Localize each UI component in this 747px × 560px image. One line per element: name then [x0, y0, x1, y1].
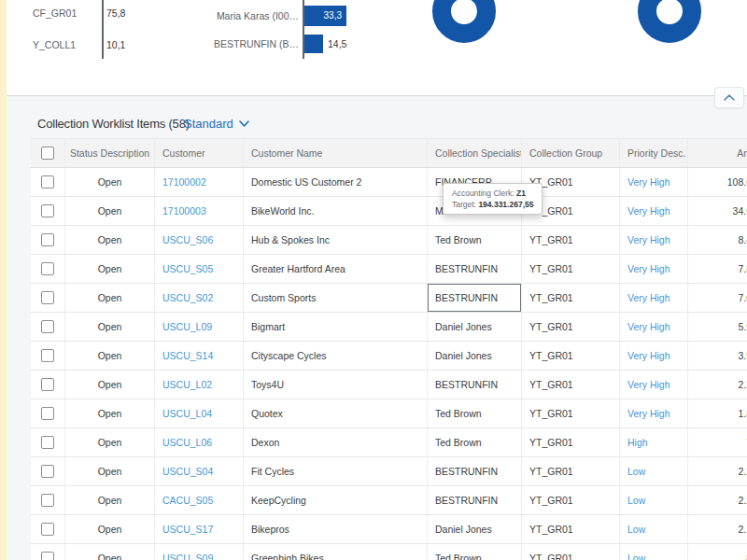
select-cell	[31, 313, 65, 341]
status-cell: Open	[65, 284, 155, 312]
select-cell	[31, 168, 65, 196]
amount-cell: 8.4	[688, 226, 747, 254]
customer-link[interactable]: USCU_S17	[155, 515, 244, 543]
customer-link[interactable]: USCU_L06	[155, 428, 244, 456]
specialist-cell: BESTRUNFIN	[428, 371, 522, 399]
column-header-group[interactable]: Collection Group	[522, 139, 620, 167]
customer-link[interactable]: USCU_S02	[155, 284, 244, 312]
priority-link[interactable]: Low	[620, 544, 688, 560]
worklist-body: Open 17100002 Domestic US Customer 2 FIN…	[31, 168, 747, 560]
customer-link[interactable]: CACU_S05	[155, 486, 244, 514]
customer-link[interactable]: 17100003	[155, 197, 244, 225]
status-cell: Open	[65, 255, 155, 283]
select-cell	[31, 515, 65, 543]
chart-axis	[102, 0, 104, 59]
customer-name-cell: Greater Hartford Area	[244, 255, 428, 283]
status-cell: Open	[65, 399, 155, 427]
customer-link[interactable]: USCU_L02	[155, 371, 244, 399]
worklist-table: Status Description Customer Customer Nam…	[31, 138, 747, 560]
select-all-checkbox[interactable]	[41, 147, 54, 160]
row-checkbox[interactable]	[41, 378, 54, 391]
row-checkbox[interactable]	[41, 407, 54, 420]
priority-link[interactable]: Very High	[620, 255, 688, 283]
column-header-amount[interactable]: Am	[688, 139, 747, 167]
customer-link[interactable]: 17100002	[155, 168, 244, 196]
priority-link[interactable]: Very High	[620, 313, 688, 341]
column-header-name[interactable]: Customer Name	[244, 139, 428, 167]
row-checkbox[interactable]	[41, 494, 54, 507]
row-checkbox[interactable]	[41, 552, 54, 560]
select-cell	[31, 457, 65, 485]
bar-category-label: Y_COLL1	[33, 39, 76, 50]
specialist-cell: Daniel Jones	[428, 515, 522, 543]
table-row: Open USCU_L04 Quotex Ted Brown YT_GR01 V…	[31, 399, 747, 428]
customer-link[interactable]: USCU_S04	[155, 457, 244, 485]
row-checkbox[interactable]	[41, 175, 54, 189]
select-cell	[31, 486, 65, 514]
amount-cell: 5.9	[688, 313, 747, 341]
status-cell: Open	[65, 486, 155, 514]
priority-link[interactable]: Very High	[620, 197, 688, 225]
table-row: Open CACU_S05 KeepCycling BESTRUNFIN YT_…	[31, 486, 747, 515]
table-row: Open USCU_S05 Greater Hartford Area BEST…	[31, 255, 747, 284]
priority-link[interactable]: Very High	[620, 226, 688, 254]
priority-link[interactable]: Low	[620, 457, 688, 485]
row-checkbox[interactable]	[41, 320, 54, 333]
group-cell: YT_GR01	[522, 399, 620, 427]
column-header-status[interactable]: Status Description	[65, 139, 155, 167]
amount-cell: 8	[688, 544, 747, 560]
column-header-specialist[interactable]: Collection Specialist	[428, 139, 522, 167]
column-header-customer[interactable]: Customer	[155, 139, 244, 167]
customer-name-cell: Domestic US Customer 2	[244, 168, 428, 196]
priority-link[interactable]: Low	[620, 515, 688, 543]
amount-cell: 7.8	[688, 255, 747, 283]
row-checkbox[interactable]	[41, 233, 54, 246]
bar-segment: 33,3	[304, 6, 346, 26]
tooltip-value: Z1	[516, 189, 526, 198]
table-row: Open USCU_S02 Custom Sports BESTRUNFIN Y…	[31, 284, 747, 313]
select-cell	[31, 544, 65, 560]
status-cell: Open	[65, 515, 155, 543]
status-cell: Open	[65, 226, 155, 254]
select-cell	[31, 255, 65, 283]
row-checkbox[interactable]	[41, 523, 54, 536]
worklist-section: Collection Worklist Items (58) Standard …	[7, 96, 747, 560]
customer-name-cell: BikeWorld Inc.	[244, 197, 428, 225]
chevron-up-icon	[724, 94, 735, 101]
customer-link[interactable]: USCU_S09	[155, 544, 244, 560]
amount-cell: 2.2	[688, 486, 747, 514]
select-cell	[31, 342, 65, 370]
priority-link[interactable]: Very High	[620, 342, 688, 370]
row-checkbox[interactable]	[41, 204, 54, 217]
group-cell: YT_GR01	[522, 255, 620, 283]
amount-cell: 2.1	[688, 515, 747, 543]
customer-name-cell: Quotex	[244, 399, 428, 427]
status-cell: Open	[65, 313, 155, 341]
amount-cell: 108.6	[688, 168, 747, 196]
customer-link[interactable]: USCU_L04	[155, 399, 244, 427]
priority-link[interactable]: Very High	[620, 371, 688, 399]
priority-link[interactable]: Very High	[620, 399, 688, 427]
chevron-down-icon	[239, 120, 249, 127]
row-checkbox[interactable]	[41, 262, 54, 275]
bar-segment	[304, 35, 323, 53]
view-selector[interactable]: Standard	[184, 117, 249, 131]
customer-link[interactable]: USCU_S05	[155, 255, 244, 283]
column-header-priority[interactable]: Priority Desc.	[620, 139, 688, 167]
priority-link[interactable]: High	[620, 428, 688, 456]
customer-link[interactable]: USCU_L09	[155, 313, 244, 341]
collapse-panel-button[interactable]	[714, 87, 744, 108]
row-checkbox[interactable]	[41, 349, 54, 362]
group-cell: YT_GR01	[522, 515, 620, 543]
priority-link[interactable]: Very High	[620, 168, 688, 196]
row-checkbox[interactable]	[41, 465, 54, 478]
donut-chart	[638, 0, 701, 43]
bar-value-label: 14,5	[328, 38, 346, 49]
customer-link[interactable]: USCU_S14	[155, 342, 244, 370]
customer-link[interactable]: USCU_S06	[155, 226, 244, 254]
priority-link[interactable]: Low	[620, 486, 688, 514]
priority-link[interactable]: Very High	[620, 284, 688, 312]
amount-cell: 3.9	[688, 342, 747, 370]
row-checkbox[interactable]	[41, 291, 54, 304]
row-checkbox[interactable]	[41, 436, 54, 449]
